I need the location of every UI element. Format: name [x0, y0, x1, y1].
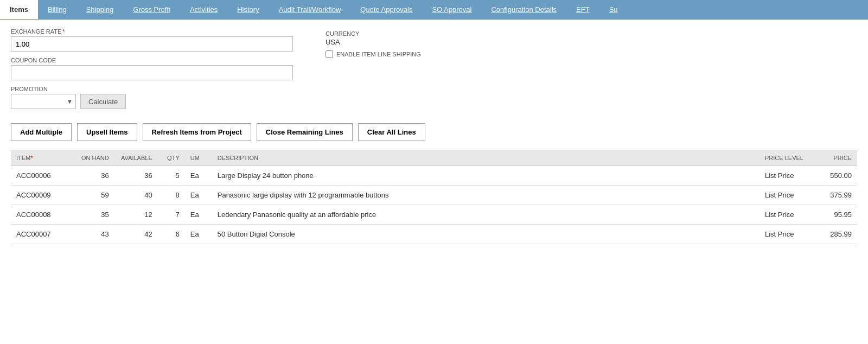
col-header-available: AVAILABLE: [114, 150, 158, 166]
table-header: ITEM* ON HAND AVAILABLE QTY UM DESCRIPTI…: [11, 150, 857, 166]
cell-price-0: 550.00: [814, 166, 857, 186]
coupon-code-label: COUPON CODE: [11, 57, 293, 63]
nav-tab-gross-profit[interactable]: Gross Profit: [123, 0, 180, 19]
promotion-row: ▼ Calculate: [11, 94, 293, 109]
nav-tab-shipping[interactable]: Shipping: [76, 0, 124, 19]
nav-tab-history[interactable]: History: [227, 0, 269, 19]
cell-desc-0: Large Display 24 button phone: [212, 166, 760, 186]
add-multiple-button[interactable]: Add Multiple: [11, 123, 72, 141]
cell-onhand-2: 35: [76, 205, 114, 225]
cell-item-3: ACC00007: [11, 225, 76, 244]
cell-price-1: 375.99: [814, 186, 857, 205]
nav-tab-audit-trail[interactable]: Audit Trail/Workflow: [269, 0, 351, 19]
cell-pricelevel-3: List Price: [760, 225, 814, 244]
col-header-item: ITEM*: [11, 150, 76, 166]
cell-item-0: ACC00006: [11, 166, 76, 186]
nav-tab-so-approval[interactable]: SO Approval: [422, 0, 481, 19]
clear-all-button[interactable]: Clear All Lines: [358, 123, 425, 141]
nav-tab-activities[interactable]: Activities: [180, 0, 227, 19]
cell-available-0: 36: [114, 166, 158, 186]
currency-value: USA: [326, 38, 857, 46]
cell-um-1: Ea: [185, 186, 212, 205]
form-right: CURRENCY USA ENABLE ITEM LINE SHIPPING: [326, 28, 857, 117]
cell-pricelevel-1: List Price: [760, 186, 814, 205]
nav-tab-items[interactable]: Items: [0, 0, 38, 19]
table-row: ACC00008 35 12 7 Ea Ledendary Panasonic …: [11, 205, 857, 225]
cell-qty-2: 7: [158, 205, 185, 225]
promotion-label: PROMOTION: [11, 86, 293, 92]
promotion-group: PROMOTION ▼ Calculate: [11, 86, 293, 109]
form-section: EXCHANGE RATE* COUPON CODE PROMOTION ▼: [11, 28, 857, 117]
cell-qty-3: 6: [158, 225, 185, 244]
nav-tab-billing[interactable]: Billing: [38, 0, 76, 19]
cell-onhand-0: 36: [76, 166, 114, 186]
cell-onhand-1: 59: [76, 186, 114, 205]
cell-qty-0: 5: [158, 166, 185, 186]
nav-tab-quote-approvals[interactable]: Quote Approvals: [350, 0, 422, 19]
action-buttons: Add Multiple Upsell Items Refresh Items …: [11, 123, 857, 141]
exchange-rate-group: EXCHANGE RATE*: [11, 28, 293, 52]
table-body: ACC00006 36 36 5 Ea Large Display 24 but…: [11, 166, 857, 244]
cell-onhand-3: 43: [76, 225, 114, 244]
table-row: ACC00006 36 36 5 Ea Large Display 24 but…: [11, 166, 857, 186]
cell-pricelevel-0: List Price: [760, 166, 814, 186]
col-header-um: UM: [185, 150, 212, 166]
cell-um-3: Ea: [185, 225, 212, 244]
close-remaining-button[interactable]: Close Remaining Lines: [257, 123, 353, 141]
main-content: EXCHANGE RATE* COUPON CODE PROMOTION ▼: [0, 20, 868, 253]
exchange-rate-input[interactable]: [11, 36, 293, 52]
currency-label: CURRENCY: [326, 30, 857, 37]
coupon-code-group: COUPON CODE: [11, 57, 293, 80]
table-header-row: ITEM* ON HAND AVAILABLE QTY UM DESCRIPTI…: [11, 150, 857, 166]
col-header-onhand: ON HAND: [76, 150, 114, 166]
cell-um-0: Ea: [185, 166, 212, 186]
enable-shipping-row: ENABLE ITEM LINE SHIPPING: [326, 50, 857, 58]
table-row: ACC00009 59 40 8 Ea Panasonic large dips…: [11, 186, 857, 205]
nav-tab-su[interactable]: Su: [599, 0, 628, 19]
cell-item-2: ACC00008: [11, 205, 76, 225]
cell-desc-2: Ledendary Panasonic quality at an afford…: [212, 205, 760, 225]
promotion-select-wrapper: ▼: [11, 94, 76, 109]
cell-available-3: 42: [114, 225, 158, 244]
cell-um-2: Ea: [185, 205, 212, 225]
cell-pricelevel-2: List Price: [760, 205, 814, 225]
col-header-price-level: PRICE LEVEL: [760, 150, 814, 166]
cell-desc-3: 50 Button Digial Console: [212, 225, 760, 244]
exchange-rate-label: EXCHANGE RATE*: [11, 28, 293, 35]
cell-price-3: 285.99: [814, 225, 857, 244]
nav-tab-config-details[interactable]: Configuration Details: [481, 0, 566, 19]
cell-price-2: 95.95: [814, 205, 857, 225]
cell-desc-1: Panasonic large dipslay with 12 programm…: [212, 186, 760, 205]
promotion-select[interactable]: [11, 94, 76, 109]
table-row: ACC00007 43 42 6 Ea 50 Button Digial Con…: [11, 225, 857, 244]
form-left: EXCHANGE RATE* COUPON CODE PROMOTION ▼: [11, 28, 293, 117]
calculate-button[interactable]: Calculate: [80, 94, 126, 109]
cell-available-1: 40: [114, 186, 158, 205]
upsell-items-button[interactable]: Upsell Items: [77, 123, 137, 141]
col-header-description: DESCRIPTION: [212, 150, 760, 166]
enable-item-line-shipping-checkbox[interactable]: [326, 50, 333, 58]
cell-qty-1: 8: [158, 186, 185, 205]
refresh-items-button[interactable]: Refresh Items from Project: [143, 123, 251, 141]
col-header-qty: QTY: [158, 150, 185, 166]
coupon-code-input[interactable]: [11, 65, 293, 80]
cell-available-2: 12: [114, 205, 158, 225]
nav-tab-eft[interactable]: EFT: [566, 0, 599, 19]
enable-shipping-label: ENABLE ITEM LINE SHIPPING: [336, 51, 421, 58]
cell-item-1: ACC00009: [11, 186, 76, 205]
col-header-price: PRICE: [814, 150, 857, 166]
nav-tabs: ItemsBillingShippingGross ProfitActiviti…: [0, 0, 868, 20]
items-table: ITEM* ON HAND AVAILABLE QTY UM DESCRIPTI…: [11, 150, 857, 244]
